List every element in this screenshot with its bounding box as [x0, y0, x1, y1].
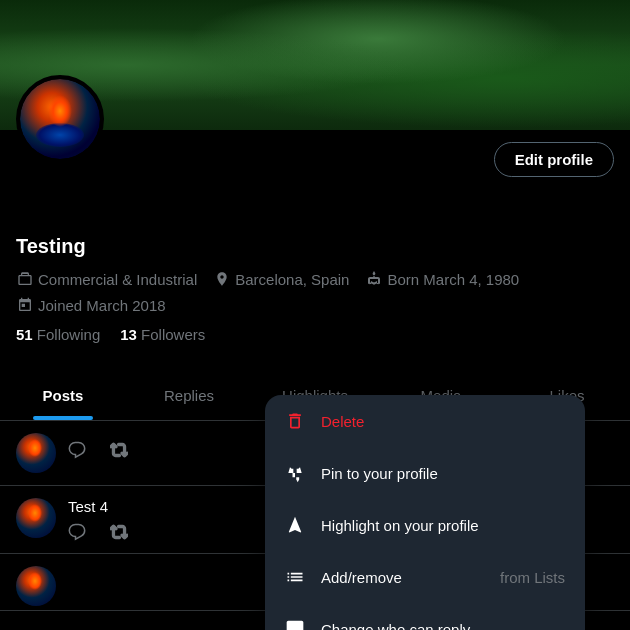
context-menu-overlay[interactable]: Delete Pin to your profile Highlight on …: [0, 0, 630, 630]
delete-label: Delete: [321, 413, 565, 430]
list-icon: [285, 567, 305, 587]
addremove-right: from Lists: [500, 569, 565, 586]
menu-item-delete[interactable]: Delete: [265, 395, 585, 447]
trash-icon: [285, 411, 305, 431]
change-reply-icon: [285, 619, 305, 630]
menu-item-highlight[interactable]: Highlight on your profile: [265, 499, 585, 551]
menu-item-addremove[interactable]: Add/remove from Lists: [265, 551, 585, 603]
menu-item-reply-setting[interactable]: Change who can reply: [265, 603, 585, 630]
addremove-label: Add/remove: [321, 569, 484, 586]
reply-setting-label: Change who can reply: [321, 621, 565, 631]
pin-icon: [285, 463, 305, 483]
pin-label: Pin to your profile: [321, 465, 565, 482]
context-menu: Delete Pin to your profile Highlight on …: [265, 395, 585, 630]
highlight-label: Highlight on your profile: [321, 517, 565, 534]
menu-item-pin[interactable]: Pin to your profile: [265, 447, 585, 499]
highlight-icon: [285, 515, 305, 535]
